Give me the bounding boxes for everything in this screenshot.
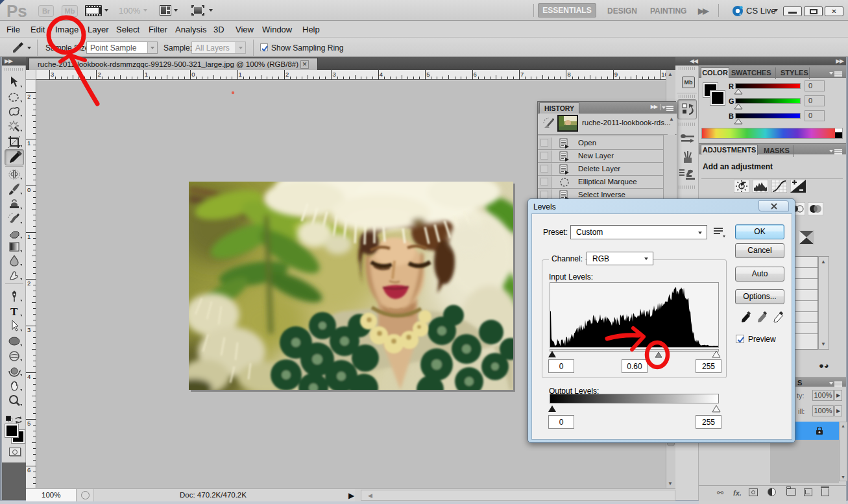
svg-text:T: T — [10, 306, 18, 318]
